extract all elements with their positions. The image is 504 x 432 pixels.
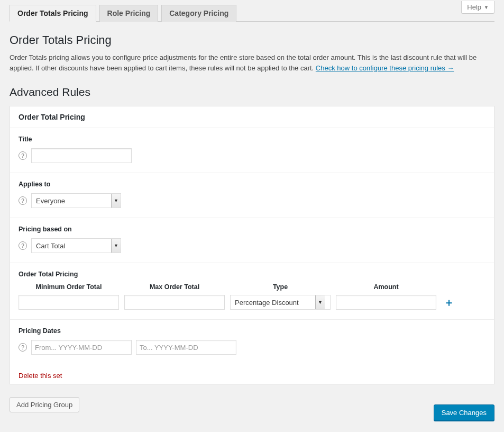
order-total-table: Minimum Order Total Max Order Total Type…: [19, 283, 485, 310]
tab-bar: Order Totals Pricing Role Pricing Catego…: [10, 4, 494, 22]
order-total-pricing-label: Order Total Pricing: [19, 271, 485, 278]
pricing-based-on-select[interactable]: Cart Total ▼: [31, 238, 121, 253]
col-header-amount: Amount: [336, 283, 436, 291]
footer: Add Pricing Group Save Changes: [10, 397, 494, 421]
add-row-icon[interactable]: ＋: [444, 295, 454, 310]
configure-rules-link[interactable]: Check how to configure these pricing rul…: [316, 64, 454, 72]
help-icon[interactable]: ?: [19, 343, 27, 352]
save-changes-button[interactable]: Save Changes: [434, 404, 494, 421]
help-button[interactable]: Help ▼: [461, 1, 494, 14]
tab-category-pricing[interactable]: Category Pricing: [161, 5, 236, 22]
advanced-rules-heading: Advanced Rules: [10, 86, 494, 98]
pricing-dates-label: Pricing Dates: [19, 327, 485, 335]
chevron-down-icon: ▼: [315, 295, 325, 309]
pricing-based-on-value: Cart Total: [32, 239, 111, 253]
title-label: Title: [19, 136, 485, 143]
amount-input[interactable]: [336, 295, 436, 310]
page-description: Order Totals pricing allows you to confi…: [10, 52, 494, 73]
card-header: Order Total Pricing: [10, 106, 494, 128]
applies-to-select[interactable]: Everyone ▼: [31, 193, 121, 208]
add-pricing-group-button[interactable]: Add Pricing Group: [10, 397, 79, 412]
help-button-label: Help: [467, 3, 481, 11]
chevron-down-icon: ▼: [111, 239, 121, 253]
pricing-based-on-row: Pricing based on ? Cart Total ▼: [10, 218, 494, 263]
chevron-down-icon: ▼: [111, 194, 121, 208]
help-icon[interactable]: ?: [19, 196, 27, 205]
col-header-max: Max Order Total: [124, 283, 225, 291]
max-order-input[interactable]: [124, 295, 225, 310]
tab-order-totals-pricing[interactable]: Order Totals Pricing: [10, 5, 96, 22]
pricing-card: Order Total Pricing Title ? Applies to ?…: [10, 106, 494, 384]
applies-to-value: Everyone: [32, 194, 111, 208]
help-icon[interactable]: ?: [19, 151, 27, 160]
title-row: Title ?: [10, 128, 494, 173]
col-header-type: Type: [230, 283, 331, 291]
date-from-input[interactable]: [31, 340, 132, 355]
help-icon[interactable]: ?: [19, 241, 27, 250]
delete-set-link[interactable]: Delete this set: [10, 364, 70, 384]
type-value: Percentage Discount: [231, 295, 315, 309]
tab-role-pricing[interactable]: Role Pricing: [99, 5, 159, 22]
pricing-based-on-label: Pricing based on: [19, 226, 485, 233]
date-to-input[interactable]: [136, 340, 236, 355]
order-total-pricing-row: Order Total Pricing Minimum Order Total …: [10, 263, 494, 320]
col-header-min: Minimum Order Total: [19, 283, 119, 291]
type-select[interactable]: Percentage Discount ▼: [230, 295, 331, 310]
chevron-down-icon: ▼: [484, 5, 489, 10]
applies-to-row: Applies to ? Everyone ▼: [10, 173, 494, 218]
title-input[interactable]: [31, 148, 132, 163]
applies-to-label: Applies to: [19, 181, 485, 188]
page-title: Order Totals Pricing: [10, 33, 494, 47]
pricing-dates-row: Pricing Dates ?: [10, 320, 494, 364]
min-order-input[interactable]: [19, 295, 119, 310]
order-total-row: Percentage Discount ▼ ＋: [19, 295, 485, 310]
